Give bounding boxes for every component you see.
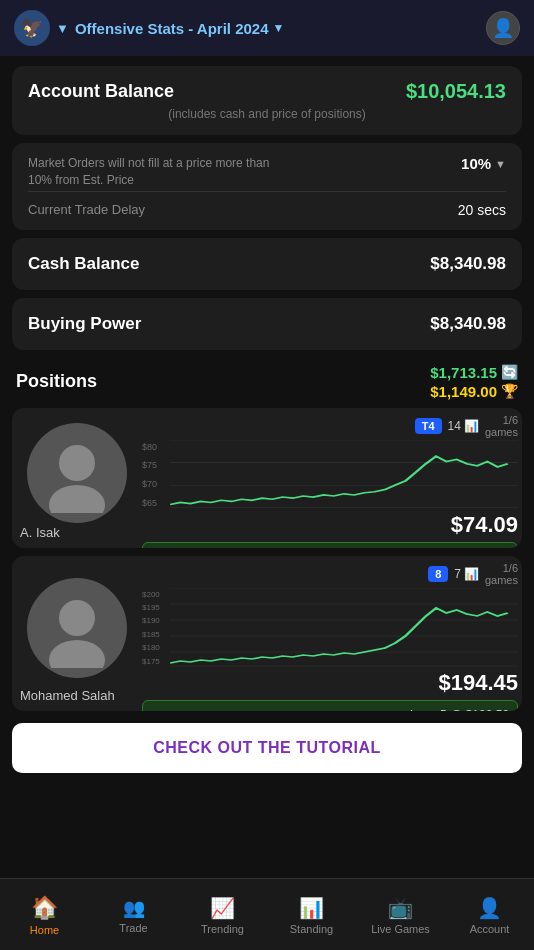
header-avatar[interactable]: 👤 (486, 11, 520, 45)
player-avatar-salah (27, 578, 127, 678)
trophy-icon: 🏆 (501, 383, 518, 399)
nav-standing[interactable]: 📊 Standing (267, 896, 356, 935)
svg-point-6 (59, 600, 95, 636)
svg-point-7 (49, 640, 105, 668)
nav-home[interactable]: 🏠 Home (0, 895, 89, 936)
t4-badge-isak: T4 (415, 418, 442, 434)
player-avatar-section: A. Isak (12, 408, 142, 548)
positions-green-amount: $1,713.15 (430, 364, 497, 381)
account-balance-subtitle: (includes cash and price of positions) (28, 107, 506, 121)
nav-trade[interactable]: 👥 Trade (89, 897, 178, 934)
header-title: Offensive Stats - April 2024 (75, 20, 269, 37)
chevron-down-icon: ▼ (495, 158, 506, 170)
stats-badge-isak: 14 📊 (448, 419, 479, 433)
player-name-isak: A. Isak (20, 525, 60, 540)
price-section-isak: $74.09 (142, 512, 518, 538)
player-avatar-isak (27, 423, 127, 523)
chart-isak: $80 $75 $70 $65 (142, 440, 518, 510)
chart-salah: $200 $195 $190 $185 $180 $175 (142, 588, 518, 668)
nav-livegames-label: Live Games (371, 923, 430, 935)
bar-chart-icon: 📊 (464, 419, 479, 433)
games-info-salah: 1/6 games (485, 562, 518, 586)
player-price-isak: $74.09 (451, 512, 518, 538)
buying-power-card: Buying Power $8,340.98 (12, 298, 522, 350)
player-card-isak[interactable]: A. Isak T4 14 📊 1/6 games $80 (12, 408, 522, 548)
nav-livegames[interactable]: 📺 Live Games (356, 896, 445, 935)
player-card-inner-salah: Mohamed Salah 8 7 📊 1/6 games $20 (12, 556, 522, 711)
buying-power-value: $8,340.98 (430, 314, 506, 334)
games-info-isak: 1/6 games (485, 414, 518, 438)
positions-green-value: $1,713.15 🔄 (430, 364, 518, 381)
position-box-isak: Long 10 @ $70.62 ↗ $34.70 (142, 542, 518, 548)
svg-point-1 (49, 485, 105, 513)
nav-account-label: Account (470, 923, 510, 935)
buying-power-label: Buying Power (28, 314, 141, 334)
positions-values: $1,713.15 🔄 $1,149.00 🏆 (430, 364, 518, 400)
player-top-row-isak: T4 14 📊 1/6 games (142, 414, 518, 438)
app-header: 🦅 ▼ Offensive Stats - April 2024 ▼ 👤 (0, 0, 534, 56)
nav-trending[interactable]: 📈 Trending (178, 896, 267, 935)
trade-delay-value: 20 secs (458, 202, 506, 218)
stats-badge-salah: 7 📊 (454, 567, 479, 581)
account-balance-row: Account Balance $10,054.13 (28, 80, 506, 103)
account-balance-value: $10,054.13 (406, 80, 506, 103)
stats-value-salah: 7 (454, 567, 461, 581)
market-percent-value: 10% (461, 155, 491, 172)
cash-balance-label: Cash Balance (28, 254, 140, 274)
header-title-dropdown[interactable]: Offensive Stats - April 2024 ▼ (75, 20, 285, 37)
position-box-salah: Long 5 @ $190.56 ↗ $19.45 (142, 700, 518, 711)
trade-delay-label: Current Trade Delay (28, 202, 145, 217)
avatar-icon: 👤 (492, 17, 514, 39)
nav-standing-label: Standing (290, 923, 333, 935)
main-content: Account Balance $10,054.13 (includes cas… (0, 56, 534, 871)
market-top-row: Market Orders will not fill at a price m… (28, 155, 506, 189)
player-top-row-salah: 8 7 📊 1/6 games (142, 562, 518, 586)
player-price-salah: $194.45 (438, 670, 518, 696)
trade-icon: 👥 (123, 897, 145, 919)
y-labels-salah: $200 $195 $190 $185 $180 $175 (142, 588, 172, 668)
header-chevron-left: ▼ (56, 21, 69, 36)
market-order-text: Market Orders will not fill at a price m… (28, 155, 288, 189)
market-orders-card: Market Orders will not fill at a price m… (12, 143, 522, 230)
trade-delay-row: Current Trade Delay 20 secs (28, 202, 506, 218)
divider (28, 191, 506, 192)
positions-yellow-value: $1,149.00 🏆 (430, 383, 518, 400)
player-name-salah: Mohamed Salah (20, 688, 115, 703)
header-chevron-right: ▼ (273, 21, 285, 35)
price-section-salah: $194.45 (142, 670, 518, 696)
nav-home-label: Home (30, 924, 59, 936)
cash-balance-card: Cash Balance $8,340.98 (12, 238, 522, 290)
trending-icon: 📈 (210, 896, 235, 920)
y-labels-isak: $80 $75 $70 $65 (142, 440, 172, 510)
cash-balance-value: $8,340.98 (430, 254, 506, 274)
account-balance-label: Account Balance (28, 81, 174, 102)
player-avatar-section-salah: Mohamed Salah (12, 556, 142, 711)
chart-svg-salah (170, 588, 518, 668)
tutorial-button[interactable]: CHECK OUT THE TUTORIAL (12, 723, 522, 773)
player-chart-section-salah: 8 7 📊 1/6 games $200 $195 $190 (142, 556, 522, 711)
livegames-icon: 📺 (388, 896, 413, 920)
positions-header: Positions $1,713.15 🔄 $1,149.00 🏆 (12, 364, 522, 400)
player-card-salah[interactable]: Mohamed Salah 8 7 📊 1/6 games $20 (12, 556, 522, 711)
player-chart-section-isak: T4 14 📊 1/6 games $80 $75 $70 (142, 408, 522, 548)
svg-point-0 (59, 445, 95, 481)
games-fraction-isak: 1/6 (503, 414, 518, 426)
games-fraction-salah: 1/6 (503, 562, 518, 574)
nav-trade-label: Trade (119, 922, 147, 934)
nav-account[interactable]: 👤 Account (445, 896, 534, 935)
games-label-salah: games (485, 574, 518, 586)
bottom-nav: 🏠 Home 👥 Trade 📈 Trending 📊 Standing 📺 L… (0, 878, 534, 950)
badge-salah: 8 (428, 566, 448, 582)
nav-trending-label: Trending (201, 923, 244, 935)
market-percent-dropdown[interactable]: 10% ▼ (461, 155, 506, 172)
stats-value-isak: 14 (448, 419, 461, 433)
account-icon: 👤 (477, 896, 502, 920)
account-balance-card: Account Balance $10,054.13 (includes cas… (12, 66, 522, 135)
refresh-icon[interactable]: 🔄 (501, 364, 518, 380)
standing-icon: 📊 (299, 896, 324, 920)
app-logo[interactable]: 🦅 (14, 10, 50, 46)
chart-svg-isak (170, 440, 518, 510)
player-card-inner: A. Isak T4 14 📊 1/6 games $80 (12, 408, 522, 548)
games-label-isak: games (485, 426, 518, 438)
home-icon: 🏠 (31, 895, 58, 921)
